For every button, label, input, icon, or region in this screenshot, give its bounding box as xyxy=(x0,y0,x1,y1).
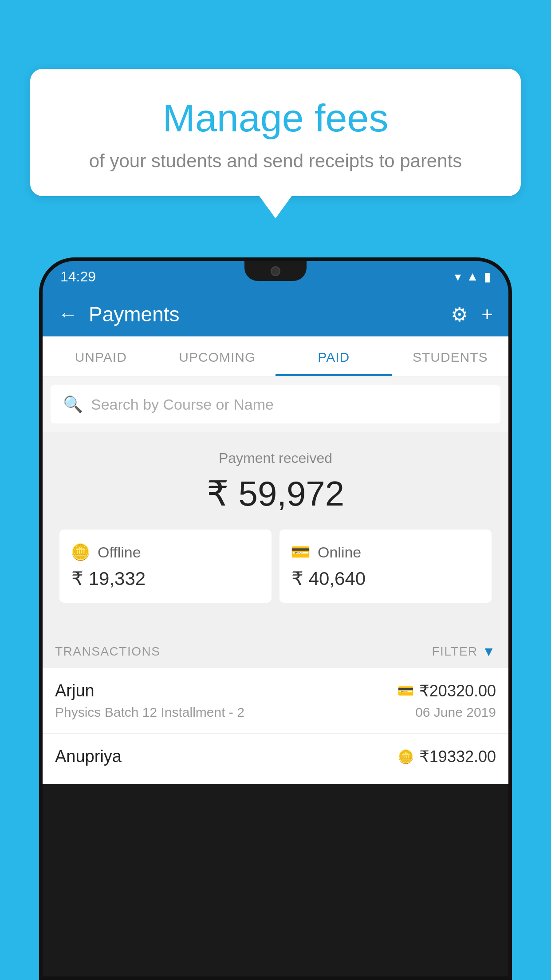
speech-bubble-card: Manage fees of your students and send re… xyxy=(30,69,521,196)
search-bar[interactable]: 🔍 Search by Course or Name xyxy=(51,385,500,423)
tab-bar: UNPAID UPCOMING PAID STUDENTS xyxy=(43,336,508,376)
transaction-item: Arjun 💳 ₹20320.00 Physics Batch 12 Insta… xyxy=(43,668,508,734)
transaction-amount: ₹20320.00 xyxy=(419,682,496,700)
signal-icon: ▲ xyxy=(466,269,479,284)
settings-icon[interactable]: ⚙ xyxy=(451,303,468,326)
payment-total-amount: ₹ 59,972 xyxy=(51,474,500,514)
transactions-label: TRANSACTIONS xyxy=(55,644,160,659)
offline-pay-icon: 🪙 xyxy=(398,749,414,764)
online-pay-icon: 💳 xyxy=(398,683,414,699)
payment-received-label: Payment received xyxy=(51,450,500,466)
phone-mockup: 14:29 ▾ ▲ ▮ ← Payments ⚙ + UNPAID UPCOMI… xyxy=(39,257,512,980)
filter-label: FILTER xyxy=(432,644,477,659)
transaction-item: Anupriya 🪙 ₹19332.00 xyxy=(43,734,508,784)
transaction-amount: ₹19332.00 xyxy=(419,747,496,766)
offline-icon: 🪙 xyxy=(71,543,91,561)
tab-paid[interactable]: PAID xyxy=(276,336,392,376)
tab-students[interactable]: STUDENTS xyxy=(392,336,509,376)
offline-label: Offline xyxy=(98,544,141,561)
add-icon[interactable]: + xyxy=(481,303,493,325)
tab-unpaid[interactable]: UNPAID xyxy=(43,336,159,376)
header-actions: ⚙ + xyxy=(451,303,493,326)
header-title: Payments xyxy=(89,302,440,326)
bubble-title: Manage fees xyxy=(52,95,499,141)
tab-upcoming[interactable]: UPCOMING xyxy=(159,336,276,376)
online-amount: ₹ 40,640 xyxy=(291,568,480,589)
app-header: ← Payments ⚙ + xyxy=(43,292,508,336)
battery-icon: ▮ xyxy=(484,269,491,284)
transaction-name: Arjun xyxy=(55,681,94,700)
status-icons: ▾ ▲ ▮ xyxy=(455,269,491,284)
online-icon: 💳 xyxy=(291,543,311,561)
transactions-header: TRANSACTIONS FILTER ▼ xyxy=(43,632,508,668)
search-placeholder: Search by Course or Name xyxy=(91,396,274,413)
offline-card: 🪙 Offline ₹ 19,332 xyxy=(59,530,272,603)
online-label: Online xyxy=(318,544,361,561)
bubble-subtitle: of your students and send receipts to pa… xyxy=(52,150,499,172)
status-time: 14:29 xyxy=(60,269,96,285)
payment-cards: 🪙 Offline ₹ 19,332 💳 Online ₹ 40,640 xyxy=(51,530,500,616)
transaction-name: Anupriya xyxy=(55,747,122,766)
filter-button[interactable]: FILTER ▼ xyxy=(432,644,496,659)
payment-summary: Payment received ₹ 59,972 🪙 Offline ₹ 19… xyxy=(43,432,508,632)
transaction-list: Arjun 💳 ₹20320.00 Physics Batch 12 Insta… xyxy=(43,668,508,784)
phone-notch xyxy=(244,261,307,281)
online-card: 💳 Online ₹ 40,640 xyxy=(279,530,492,603)
front-camera xyxy=(271,266,280,276)
search-icon: 🔍 xyxy=(63,395,83,414)
offline-amount: ₹ 19,332 xyxy=(71,568,260,589)
wifi-icon: ▾ xyxy=(455,269,461,284)
transaction-date: 06 June 2019 xyxy=(415,705,496,720)
transaction-course: Physics Batch 12 Installment - 2 xyxy=(55,705,244,720)
back-button[interactable]: ← xyxy=(58,303,78,325)
screen-content: 🔍 Search by Course or Name Payment recei… xyxy=(43,376,508,784)
filter-icon: ▼ xyxy=(482,644,496,659)
